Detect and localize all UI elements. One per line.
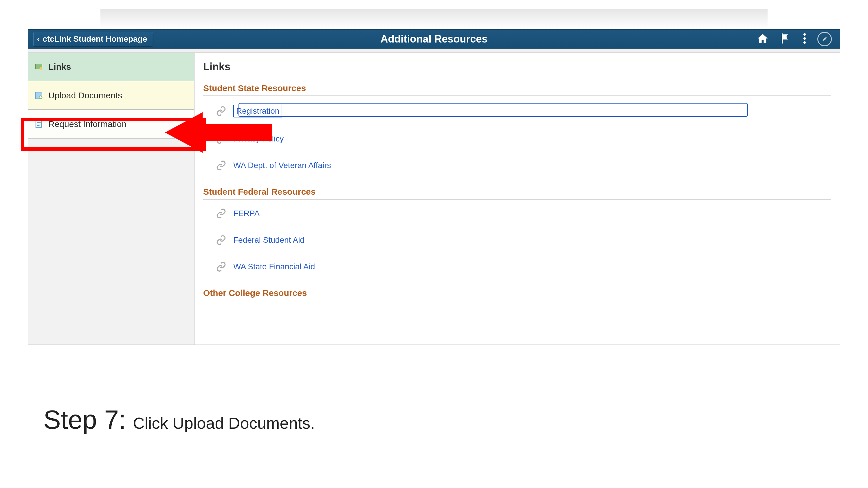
link-icon: [216, 134, 226, 144]
sidebar-item-upload-documents[interactable]: Upload Documents: [28, 81, 194, 110]
sidebar-item-request-information[interactable]: Request Information: [28, 110, 194, 138]
link-icon: [216, 235, 226, 245]
section-title: Other College Resources: [203, 288, 831, 298]
link-icon: [216, 106, 226, 116]
back-button[interactable]: ‹ ctcLink Student Homepage: [33, 32, 153, 46]
link-text[interactable]: WA Dept. of Veteran Affairs: [233, 161, 331, 170]
compass-icon[interactable]: [817, 32, 832, 46]
link-row-federal-student-aid[interactable]: Federal Student Aid: [216, 235, 831, 245]
link-icon: [216, 208, 226, 219]
step-description: Click Upload Documents.: [133, 414, 315, 432]
main-title: Links: [203, 61, 831, 73]
sidebar-item-label: Links: [48, 62, 71, 72]
svg-point-2: [803, 41, 806, 44]
link-row-registration[interactable]: Registration: [216, 105, 831, 118]
svg-point-0: [803, 33, 806, 36]
sidebar-item-links[interactable]: Links: [28, 53, 194, 81]
content-area: Links Upload Documents Request Informati…: [28, 53, 840, 345]
section-student-state: Student State Resources Registration Pri…: [203, 83, 831, 171]
section-student-federal: Student Federal Resources FERPA Federal …: [203, 187, 831, 272]
link-row-privacy-policy[interactable]: Privacy Policy: [216, 134, 831, 144]
sidebar-item-label: Upload Documents: [48, 91, 122, 100]
link-text[interactable]: FERPA: [233, 209, 259, 218]
link-text[interactable]: WA State Financial Aid: [233, 262, 315, 271]
kebab-menu-icon[interactable]: [803, 32, 806, 46]
header-bar: ‹ ctcLink Student Homepage Additional Re…: [28, 29, 840, 48]
sidebar-item-label: Request Information: [48, 119, 126, 129]
links-icon: [34, 62, 44, 72]
link-icon: [216, 261, 226, 272]
svg-point-1: [803, 37, 806, 40]
link-row-veteran-affairs[interactable]: WA Dept. of Veteran Affairs: [216, 160, 831, 171]
link-icon: [216, 160, 226, 171]
svg-point-4: [40, 67, 42, 70]
sidebar: Links Upload Documents Request Informati…: [28, 53, 194, 345]
link-row-wa-state-financial-aid[interactable]: WA State Financial Aid: [216, 261, 831, 272]
chevron-left-icon: ‹: [37, 34, 40, 44]
link-text[interactable]: Privacy Policy: [233, 134, 284, 143]
section-other-college: Other College Resources: [203, 288, 831, 298]
header-icons: [756, 32, 840, 46]
annotation-step-text: Step 7: Click Upload Documents.: [43, 405, 315, 435]
link-text[interactable]: Federal Student Aid: [233, 235, 305, 245]
flag-icon[interactable]: [780, 32, 792, 46]
step-label: Step 7:: [43, 405, 126, 435]
back-button-label: ctcLink Student Homepage: [42, 34, 147, 44]
home-icon[interactable]: [756, 32, 769, 46]
link-row-ferpa[interactable]: FERPA: [216, 208, 831, 219]
main-content: Links Student State Resources Registrati…: [194, 53, 840, 345]
section-title: Student Federal Resources: [203, 187, 831, 200]
link-text[interactable]: Registration: [233, 105, 282, 118]
request-icon: [34, 119, 44, 129]
section-title: Student State Resources: [203, 83, 831, 96]
page-title: Additional Resources: [380, 33, 487, 45]
upload-icon: [34, 91, 44, 100]
